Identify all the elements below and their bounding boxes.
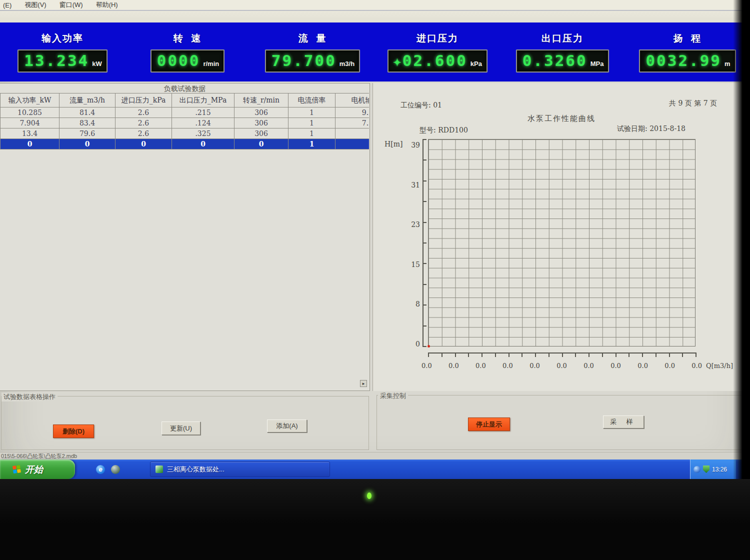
stop-display-button[interactable]: 停止显示 xyxy=(468,418,510,431)
taskbar-item-label: 三相离心泵数据处... xyxy=(167,465,224,474)
table-row[interactable]: 000001 xyxy=(0,139,370,150)
gauge-label: 转 速 xyxy=(174,32,202,45)
led-display: 0000 r/min xyxy=(150,50,224,72)
table-cell: .215 xyxy=(172,108,234,118)
delete-button[interactable]: 删除(D) xyxy=(53,424,94,438)
column-header[interactable]: 转速_r/min xyxy=(234,94,288,108)
table-cell: 2.6 xyxy=(116,118,172,128)
group-label: 试验数据表格操作 xyxy=(2,392,58,402)
gauge-label: 输入功率 xyxy=(42,32,84,45)
y-tick-label: 8 xyxy=(402,300,420,308)
gauge-speed: 转 速 0000 r/min xyxy=(125,22,250,82)
menu-item[interactable]: 窗口(W) xyxy=(58,0,84,10)
update-button[interactable]: 更新(U) xyxy=(162,422,200,435)
table-row[interactable]: 7.90483.42.6.12430617. xyxy=(0,118,370,128)
start-button[interactable]: 开始 xyxy=(0,460,75,479)
table-cell: .325 xyxy=(172,128,234,139)
column-header[interactable]: 电机输出 xyxy=(336,94,370,108)
acquisition-control-group: 采集控制 停止显示 采 样 xyxy=(376,395,749,450)
gauge-input-power: 输入功率 13.234 kW xyxy=(0,22,125,82)
led-value: 79.700 xyxy=(272,53,336,68)
table-cell: 1 xyxy=(288,108,336,118)
taskbar-item-pump-app[interactable]: 三相离心泵数据处... xyxy=(150,462,330,477)
table-cell: 0 xyxy=(60,139,116,150)
station-number-label: 工位编号: 01 xyxy=(400,101,442,110)
chart-plot-area xyxy=(428,139,696,346)
led-unit: m xyxy=(724,60,730,68)
toolbar-strip xyxy=(0,11,750,22)
test-data-table: 输入功率_kW流量_m3/h进口压力_kPa出口压力_MPa转速_r/min电流… xyxy=(0,93,369,150)
gauge-label: 扬 程 xyxy=(674,32,702,45)
x-tick-label: 0.0 xyxy=(638,362,648,370)
table-cell xyxy=(336,139,370,150)
monitor-bezel-bottom xyxy=(0,479,750,560)
led-unit: kPa xyxy=(470,60,482,68)
column-header[interactable]: 电流倍率 xyxy=(288,94,336,108)
table-cell: 1 xyxy=(288,118,336,128)
table-cell: 0 xyxy=(234,139,288,150)
table-header-row: 输入功率_kW流量_m3/h进口压力_kPa出口压力_MPa转速_r/min电流… xyxy=(0,94,370,108)
x-tick-label: 0.0 xyxy=(610,362,621,370)
system-tray: 13:26 xyxy=(690,460,736,479)
column-header[interactable]: 出口压力_MPa xyxy=(172,94,234,108)
column-header[interactable]: 进口压力_kPa xyxy=(116,94,172,108)
gauge-label: 流 量 xyxy=(298,32,327,45)
column-header[interactable]: 流量_m3/h xyxy=(60,94,116,108)
x-tick-label: 0.0 xyxy=(530,362,540,370)
menu-item[interactable]: 视图(V) xyxy=(24,0,47,10)
table-cell: 81.4 xyxy=(60,108,116,118)
y-tick-label: 0 xyxy=(402,340,420,348)
table-row[interactable]: 13.479.62.6.3253061 xyxy=(0,128,370,139)
led-unit: r/min xyxy=(203,60,219,68)
gauge-label: 进口压力 xyxy=(416,32,458,45)
scroll-right-arrow-button[interactable]: ▸ xyxy=(360,380,367,387)
add-button[interactable]: 添加(A) xyxy=(267,420,307,432)
table-title: 负载试验数据 xyxy=(0,84,370,93)
menu-item[interactable]: 帮助(H) xyxy=(95,0,119,10)
sample-button[interactable]: 采 样 xyxy=(603,416,644,428)
taskbar: 开始 e 三相离心泵数据处... 13:26 xyxy=(0,460,750,479)
database-path: 015\5-066\凸轮泵\凸轮泵2.mdb xyxy=(1,452,77,460)
led-value: 0.3260 xyxy=(522,53,588,68)
table-row[interactable]: 10.28581.42.6.21530619. xyxy=(0,108,370,118)
y-axis-line xyxy=(422,139,426,347)
table-cell xyxy=(336,128,370,139)
start-label: 开始 xyxy=(25,464,43,476)
x-tick-label: 0.0 xyxy=(664,362,675,370)
x-tick-label: 0.0 xyxy=(476,362,486,370)
table-cell: 1 xyxy=(288,128,336,139)
x-tick-label: 0.0 xyxy=(584,362,594,370)
model-label: 型号: RDD100 xyxy=(420,126,468,135)
load-test-data-panel: 负载试验数据 输入功率_kW流量_m3/h进口压力_kPa出口压力_MPa转速_… xyxy=(0,83,370,391)
x-tick-label: 0.0 xyxy=(692,362,702,370)
table-cell: 0 xyxy=(0,139,60,150)
gauge-outlet-pressure: 出口压力 0.3260 MPa xyxy=(500,22,625,82)
table-cell: 0 xyxy=(172,139,234,150)
y-axis-unit-label: H[m] xyxy=(384,140,402,148)
table-cell: 10.285 xyxy=(0,108,60,118)
led-value: 13.234 xyxy=(24,53,89,68)
table-cell: 83.4 xyxy=(60,118,116,128)
y-tick-label: 23 xyxy=(402,220,420,228)
table-cell: 306 xyxy=(234,128,288,139)
quick-launch-app-icon[interactable] xyxy=(111,465,120,474)
tray-security-shield-icon[interactable] xyxy=(703,466,710,473)
column-header[interactable]: 输入功率_kW xyxy=(0,94,60,108)
led-value: 02.600 xyxy=(402,53,468,68)
x-axis-line xyxy=(428,352,696,357)
table-cell: .124 xyxy=(172,118,234,128)
menu-item[interactable]: (E) xyxy=(2,1,12,10)
power-led xyxy=(367,492,372,499)
monitor-photo: (E)视图(V)窗口(W)帮助(H) 输入功率 13.234 kW 转 速 00… xyxy=(0,0,750,560)
y-tick-label: 15 xyxy=(402,260,420,268)
table-cell: 306 xyxy=(234,108,288,118)
browser-icon[interactable]: e xyxy=(96,465,105,474)
gauge-head: 扬 程 0032.99 m xyxy=(625,22,750,82)
led-unit: m3/h xyxy=(340,60,354,68)
status-bar: 015\5-066\凸轮泵\凸轮泵2.mdb xyxy=(0,452,750,460)
y-axis-ticks: 3931231580 xyxy=(402,141,420,348)
led-unit: kW xyxy=(92,60,102,68)
tray-network-icon[interactable] xyxy=(694,466,700,473)
origin-marker-dot xyxy=(428,345,430,348)
table-cell: 7.904 xyxy=(0,118,60,128)
